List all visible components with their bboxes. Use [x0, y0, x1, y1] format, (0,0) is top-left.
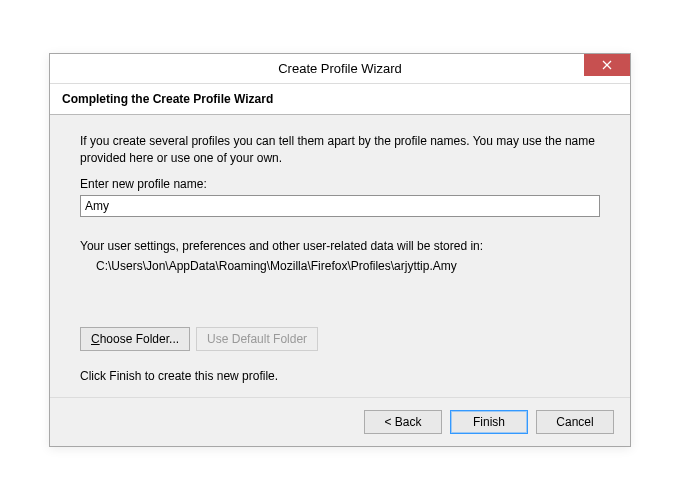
profile-name-input[interactable]: [80, 195, 600, 217]
wizard-header: Completing the Create Profile Wizard: [50, 84, 630, 115]
window-title: Create Profile Wizard: [278, 61, 402, 76]
dialog-window: Create Profile Wizard Completing the Cre…: [49, 53, 631, 448]
wizard-body: If you create several profiles you can t…: [50, 115, 630, 398]
wizard-footer: < Back Finish Cancel: [50, 397, 630, 446]
close-icon: [602, 60, 612, 70]
close-button[interactable]: [584, 54, 630, 76]
titlebar: Create Profile Wizard: [50, 54, 630, 84]
storage-info-text: Your user settings, preferences and othe…: [80, 239, 483, 253]
use-default-folder-button: Use Default Folder: [196, 327, 318, 351]
folder-buttons-row: Choose Folder...Use Default Folder: [80, 327, 600, 351]
profile-name-label: Enter new profile name:: [80, 177, 600, 191]
cancel-button[interactable]: Cancel: [536, 410, 614, 434]
storage-path: C:\Users\Jon\AppData\Roaming\Mozilla\Fir…: [80, 257, 600, 275]
wizard-heading: Completing the Create Profile Wizard: [62, 92, 618, 106]
back-button[interactable]: < Back: [364, 410, 442, 434]
choose-folder-button[interactable]: Choose Folder...: [80, 327, 190, 351]
storage-info: Your user settings, preferences and othe…: [80, 237, 600, 275]
finish-button[interactable]: Finish: [450, 410, 528, 434]
finish-hint: Click Finish to create this new profile.: [80, 369, 600, 383]
intro-text: If you create several profiles you can t…: [80, 133, 600, 168]
